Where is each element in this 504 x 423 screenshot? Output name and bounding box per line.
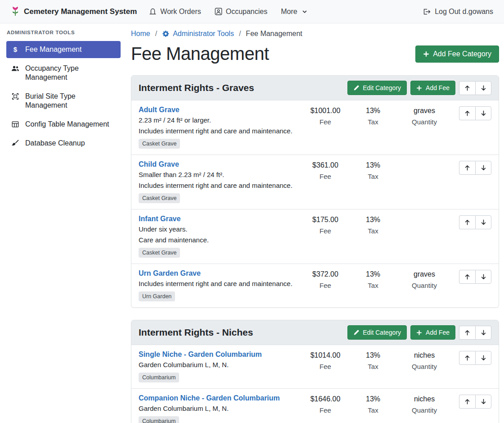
add-fee-button[interactable]: Add Fee	[410, 81, 455, 95]
plus-icon	[423, 51, 429, 57]
move-fee-down-button[interactable]	[475, 106, 491, 120]
fee-row: Child Grave Smaller than 2.23 m² / 24 ft…	[131, 155, 499, 209]
move-fee-down-button[interactable]	[475, 351, 491, 365]
pencil-icon	[353, 330, 359, 336]
fee-amount: $1014.00	[302, 351, 349, 359]
fee-amount-label: Fee	[302, 406, 349, 414]
tax-value: 13%	[349, 351, 397, 359]
fee-name-link[interactable]: Companion Niche - Garden Columbarium	[139, 394, 280, 402]
nav-occupancies[interactable]: Occupancies	[208, 4, 274, 19]
fee-reorder-group	[459, 351, 491, 365]
page-title: Fee Management	[131, 44, 269, 64]
arrow-up-icon	[464, 273, 471, 280]
app-brand[interactable]: Cemetery Management System	[11, 6, 137, 18]
fee-description: Under six years.	[139, 225, 298, 233]
sidebar-item-fee-management[interactable]: $ Fee Management	[6, 41, 121, 58]
fee-reorder-group	[459, 215, 491, 229]
move-fee-up-button[interactable]	[459, 106, 475, 120]
dollar-icon: $	[11, 46, 20, 53]
sidebar-item-config-table[interactable]: Config Table Management	[6, 116, 121, 133]
logout-link[interactable]: Log Out d.gowans	[423, 8, 493, 16]
move-fee-down-button[interactable]	[475, 395, 491, 409]
sidebar-item-occupancy-type[interactable]: Occupancy Type Management	[6, 60, 121, 86]
fee-name-link[interactable]: Adult Grave	[139, 106, 180, 114]
move-fee-up-button[interactable]	[459, 395, 475, 409]
plus-icon	[416, 330, 422, 336]
fee-amount: $1646.00	[302, 395, 349, 403]
fee-type-badge: Casket Grave	[139, 139, 180, 149]
fee-type-badge: Casket Grave	[139, 248, 180, 258]
arrow-down-icon	[480, 85, 487, 91]
move-fee-up-button[interactable]	[459, 161, 475, 175]
add-fee-label: Add Fee	[426, 329, 450, 336]
move-fee-down-button[interactable]	[475, 161, 491, 175]
nav-more-label: More	[281, 8, 297, 16]
nav-work-orders[interactable]: Work Orders	[142, 4, 207, 19]
arrow-down-icon	[480, 273, 487, 280]
move-fee-up-button[interactable]	[459, 351, 475, 365]
category-card-niches: Interment Rights - Niches Edit Category …	[131, 320, 499, 423]
move-fee-down-button[interactable]	[475, 270, 491, 284]
fee-row: Single Niche - Garden Columbarium Garden…	[131, 345, 499, 389]
fee-name-link[interactable]: Single Niche - Garden Columbarium	[139, 350, 262, 359]
quantity-label: Quantity	[397, 282, 452, 289]
move-category-down-button[interactable]	[475, 81, 491, 95]
fee-type-badge: Columbarium	[139, 416, 179, 423]
breadcrumb-admin-tools[interactable]: Administrator Tools	[162, 30, 234, 38]
fee-description: Includes interment right and care and ma…	[139, 127, 298, 135]
category-header: Interment Rights - Niches Edit Category …	[131, 320, 499, 345]
category-header: Interment Rights - Graves Edit Category …	[131, 76, 499, 100]
fee-row: Adult Grave 2.23 m² / 24 ft² or larger. …	[131, 100, 499, 155]
move-fee-down-button[interactable]	[475, 215, 491, 229]
move-category-up-button[interactable]	[459, 81, 475, 95]
edit-category-button[interactable]: Edit Category	[347, 325, 407, 340]
quantity-unit: niches	[397, 351, 452, 359]
breadcrumb-home[interactable]: Home	[131, 30, 150, 38]
fee-row: Urn Garden Grave Includes interment righ…	[131, 264, 499, 307]
tax-label: Tax	[349, 363, 397, 370]
arrow-down-icon	[480, 398, 487, 405]
nav-more[interactable]: More	[274, 4, 314, 19]
quantity-label: Quantity	[397, 406, 452, 414]
sidebar-item-label: Config Table Management	[25, 120, 109, 129]
arrow-up-icon	[464, 85, 471, 91]
tombstone-icon	[149, 8, 157, 15]
tulip-icon	[11, 6, 20, 18]
fee-description: Garden Columbarium L, M, N.	[139, 361, 298, 368]
add-fee-button[interactable]: Add Fee	[410, 325, 455, 340]
arrow-down-icon	[480, 110, 487, 117]
arrow-down-icon	[480, 355, 487, 361]
fee-type-badge: Casket Grave	[139, 193, 180, 203]
fee-name-link[interactable]: Urn Garden Grave	[139, 269, 201, 277]
fee-name-link[interactable]: Child Grave	[139, 160, 179, 168]
move-category-down-button[interactable]	[475, 326, 491, 340]
top-navbar: Cemetery Management System Work Orders O…	[0, 0, 504, 23]
breadcrumb-home-label: Home	[131, 30, 150, 38]
add-fee-category-button[interactable]: Add Fee Category	[415, 45, 499, 63]
move-category-up-button[interactable]	[459, 326, 475, 340]
fee-type-badge: Urn Garden	[139, 291, 175, 301]
arrow-up-icon	[464, 219, 471, 226]
move-fee-up-button[interactable]	[459, 215, 475, 229]
nav-work-orders-label: Work Orders	[160, 8, 201, 16]
fee-reorder-group	[459, 106, 491, 120]
edit-category-button[interactable]: Edit Category	[347, 81, 407, 95]
category-title: Interment Rights - Graves	[139, 82, 254, 93]
quantity-unit: graves	[397, 270, 452, 278]
breadcrumb-admin-tools-label: Administrator Tools	[173, 30, 234, 38]
add-fee-label: Add Fee	[426, 84, 450, 91]
fee-reorder-group	[459, 395, 491, 409]
fee-amount-label: Fee	[302, 363, 349, 370]
arrow-up-icon	[464, 164, 471, 171]
edit-category-label: Edit Category	[363, 329, 401, 336]
fee-amount-label: Fee	[302, 227, 349, 235]
breadcrumb-separator: /	[155, 30, 157, 38]
arrow-down-icon	[480, 329, 487, 336]
tax-label: Tax	[349, 118, 397, 126]
sidebar-item-database-cleanup[interactable]: Database Cleanup	[6, 135, 121, 152]
move-fee-up-button[interactable]	[459, 270, 475, 284]
quantity-label: Quantity	[397, 118, 452, 126]
sidebar-item-burial-site-type[interactable]: Burial Site Type Management	[6, 88, 121, 114]
fee-row: Infant Grave Under six years. Care and m…	[131, 209, 499, 264]
fee-name-link[interactable]: Infant Grave	[139, 215, 180, 223]
